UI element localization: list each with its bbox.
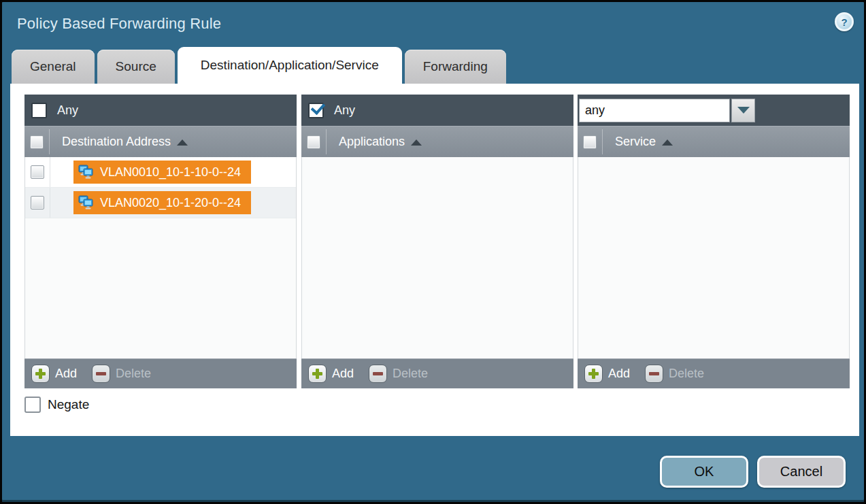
add-icon[interactable] <box>31 365 50 383</box>
service-select-all-checkbox[interactable] <box>583 135 597 149</box>
tab-forwarding[interactable]: Forwarding <box>405 50 506 84</box>
header-divider <box>326 129 327 154</box>
delete-icon[interactable] <box>645 365 663 383</box>
policy-based-forwarding-dialog: Policy Based Forwarding Rule ? General S… <box>0 0 866 504</box>
sort-asc-icon <box>177 139 188 146</box>
service-header-label: Service <box>615 135 656 149</box>
chevron-down-icon <box>737 107 750 114</box>
add-button[interactable]: Add <box>55 367 77 381</box>
applications-footer: Add Delete <box>301 358 573 388</box>
add-button[interactable]: Add <box>332 367 354 381</box>
destination-any-label: Any <box>57 103 78 118</box>
table-row: VLAN0020_10-1-20-0--24 <box>25 188 296 218</box>
add-icon[interactable] <box>308 365 327 383</box>
applications-list <box>301 157 573 358</box>
applications-select-all-checkbox[interactable] <box>307 135 320 149</box>
applications-column: Any Applications Add Delete <box>301 95 573 388</box>
tab-bar: General Source Destination/Application/S… <box>12 47 506 84</box>
dialog-title: Policy Based Forwarding Rule <box>17 15 221 33</box>
destination-footer: Add Delete <box>24 358 297 388</box>
row-divider <box>50 157 50 187</box>
delete-icon[interactable] <box>92 365 110 383</box>
address-object-chip[interactable]: VLAN0010_10-1-10-0--24 <box>73 161 251 184</box>
destination-address-list: VLAN0010_10-1-10-0--24 <box>24 157 297 358</box>
service-column: any Service Add Delete <box>578 95 850 388</box>
service-list <box>578 157 850 358</box>
negate-checkbox[interactable] <box>24 397 41 413</box>
row-divider <box>50 188 50 218</box>
help-icon[interactable]: ? <box>835 12 854 31</box>
tab-content-panel: Any Destination Address <box>10 84 859 436</box>
applications-any-checkbox[interactable] <box>308 103 324 118</box>
tab-destination-application-service[interactable]: Destination/Application/Service <box>178 47 402 84</box>
delete-button[interactable]: Delete <box>116 367 151 381</box>
destination-select-all-checkbox[interactable] <box>30 135 44 149</box>
row-checkbox[interactable] <box>31 196 44 209</box>
delete-icon[interactable] <box>369 365 387 383</box>
table-row: VLAN0010_10-1-10-0--24 <box>25 157 296 188</box>
destination-address-column: Any Destination Address <box>24 95 297 388</box>
tab-general[interactable]: General <box>12 50 95 84</box>
address-group-icon <box>77 195 95 211</box>
sort-asc-icon <box>662 139 673 146</box>
negate-label: Negate <box>48 397 89 412</box>
service-dropdown-value[interactable]: any <box>579 99 730 122</box>
destination-any-checkbox[interactable] <box>31 103 47 118</box>
destination-header-label: Destination Address <box>62 135 171 149</box>
applications-any-label: Any <box>334 103 355 118</box>
address-object-label: VLAN0010_10-1-10-0--24 <box>100 165 241 180</box>
address-object-chip[interactable]: VLAN0020_10-1-20-0--24 <box>73 191 251 214</box>
header-divider <box>49 129 50 154</box>
ok-button[interactable]: OK <box>660 456 748 488</box>
applications-header[interactable]: Applications <box>301 126 573 157</box>
destination-address-header[interactable]: Destination Address <box>24 126 297 157</box>
service-header[interactable]: Service <box>578 126 850 157</box>
address-object-label: VLAN0020_10-1-20-0--24 <box>100 196 241 210</box>
add-button[interactable]: Add <box>608 367 630 381</box>
delete-button[interactable]: Delete <box>393 367 428 381</box>
destination-any-bar: Any <box>24 95 297 126</box>
header-divider <box>602 129 603 154</box>
tab-source[interactable]: Source <box>97 50 175 84</box>
cancel-button[interactable]: Cancel <box>757 456 846 488</box>
applications-header-label: Applications <box>339 135 405 149</box>
delete-button[interactable]: Delete <box>669 367 704 381</box>
service-dropdown-bar: any <box>578 95 850 126</box>
negate-option: Negate <box>24 397 89 413</box>
service-dropdown-button[interactable] <box>731 99 755 122</box>
service-footer: Add Delete <box>578 358 850 388</box>
applications-any-bar: Any <box>301 95 573 126</box>
add-icon[interactable] <box>584 365 603 383</box>
sort-asc-icon <box>411 139 422 146</box>
address-group-icon <box>77 164 95 180</box>
row-checkbox[interactable] <box>31 165 44 179</box>
